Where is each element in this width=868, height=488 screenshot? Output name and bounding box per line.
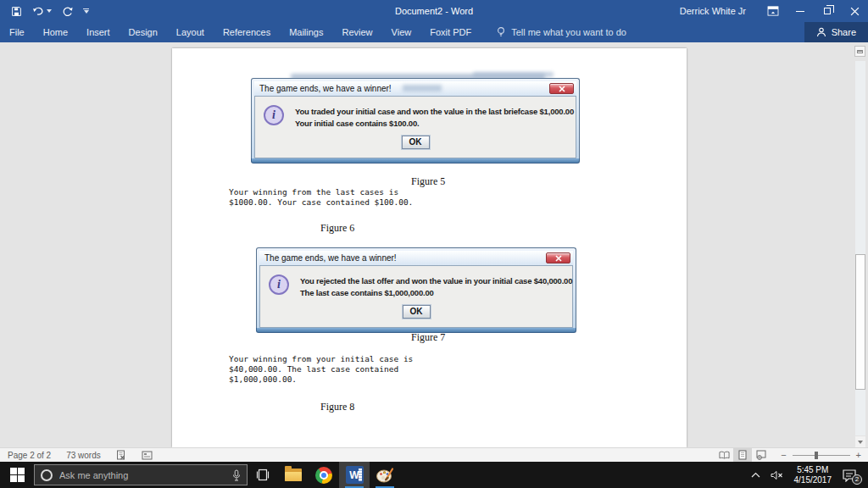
dialog-message-line2: Your initial case contains $100.00. [295,119,419,128]
lightbulb-icon [496,26,506,38]
scroll-down-button[interactable] [855,436,865,447]
windows-logo-icon [10,468,25,482]
action-center-button[interactable]: 2 [838,469,864,482]
document-area: The game ends, we have a winner! i You t… [0,42,868,447]
zoom-out-button[interactable]: − [781,450,786,460]
tray-time: 5:45 PM [797,465,828,474]
code2-line1: Your winning from your initial case is [229,354,413,363]
tab-review[interactable]: Review [333,22,382,42]
start-button[interactable] [0,462,34,488]
cortana-search-box[interactable] [34,464,248,485]
tell-me-box[interactable]: Tell me what you want to do [496,26,626,38]
word-icon: W [346,466,364,484]
code-output-1[interactable]: Your winning from the last cases is$1000… [229,187,413,208]
tab-view[interactable]: View [382,22,421,42]
microphone-icon[interactable] [232,469,241,481]
document-page[interactable]: The game ends, we have a winner! i You t… [172,48,687,447]
undo-dropdown-caret[interactable] [47,9,52,13]
word-taskbar-button[interactable]: W [339,462,370,488]
dialog-titlebar: The game ends, we have a winner! [254,81,576,96]
dialog-body: i You traded your initial case and won t… [254,96,576,158]
zoom-slider-track[interactable] [793,455,850,456]
ribbon-tab-bar: File Home Insert Design Layout Reference… [0,22,868,42]
tab-home[interactable]: Home [34,22,77,42]
system-tray: 5:45 PM 4/15/2017 2 [747,462,868,488]
share-button[interactable]: Share [804,22,868,42]
ruler-toggle-button[interactable] [854,46,865,57]
dialog-title: The game ends, we have a winner! [259,84,392,93]
titlebar-controls: Derrick White Jr [680,0,868,22]
dialog-close-icon [546,252,570,263]
tab-file[interactable]: File [0,22,34,42]
figure5-dialog-image[interactable]: The game ends, we have a winner! i You t… [251,78,580,164]
minimize-button[interactable] [787,0,814,22]
vertical-scrollbar-thumb[interactable] [855,254,865,390]
save-icon[interactable] [11,6,22,17]
ok-button: OK [402,136,430,149]
redo-button[interactable] [62,6,73,17]
task-view-button[interactable] [248,462,278,488]
ribbon-display-options-button[interactable] [760,0,787,22]
code1-line2: $1000.00. Your case contained $100.00. [229,197,413,207]
cortana-icon [41,469,53,481]
share-label: Share [832,27,856,37]
tab-references[interactable]: References [214,22,280,42]
quick-access-toolbar [0,6,89,17]
restore-button[interactable] [814,0,841,22]
chrome-button[interactable] [309,462,339,488]
ok-button: OK [403,305,431,319]
share-person-icon [816,27,826,37]
tab-insert[interactable]: Insert [77,22,120,42]
customize-quick-access-icon[interactable] [83,8,89,14]
figure7-dialog-image[interactable]: The game ends, we have a winner! i You r… [256,247,576,333]
paint-palette-icon [376,467,394,484]
blurred-screenshot-artifact [403,85,442,92]
proofing-errors-icon[interactable] [108,450,134,460]
figure8-caption[interactable]: Figure 8 [320,401,354,413]
dialog-close-icon [549,83,574,94]
zoom-slider-thumb[interactable] [815,452,818,459]
dialog-message-line2: The last case contains $1,000,000.00 [300,288,434,297]
tray-chevron-icon[interactable] [747,462,765,488]
info-icon: i [264,105,284,125]
word-titlebar: Document2 - Word Derrick White Jr [0,0,868,22]
code-output-2[interactable]: Your winning from your initial case is$4… [229,354,413,385]
taskbar-clock[interactable]: 5:45 PM 4/15/2017 [789,465,837,485]
code2-line3: $1,000,000.00. [229,374,297,384]
tab-layout[interactable]: Layout [167,22,214,42]
figure6-caption[interactable]: Figure 6 [320,222,354,235]
dialog-bottom-frame [251,158,580,164]
vertical-scrollbar-track[interactable] [855,61,865,435]
read-mode-button[interactable] [715,448,733,462]
dialog-body: i You rejected the last offer and won th… [259,265,573,328]
figure5-caption[interactable]: Figure 5 [411,175,445,188]
tab-mailings[interactable]: Mailings [280,22,332,42]
file-explorer-button[interactable] [278,462,309,488]
signed-in-user[interactable]: Derrick White Jr [680,6,746,16]
dialog-message: You traded your initial case and won the… [295,105,574,130]
page-count[interactable]: Page 2 of 2 [0,451,58,460]
print-layout-button[interactable] [733,448,752,462]
undo-button[interactable] [32,6,52,16]
volume-muted-icon[interactable] [766,462,787,488]
paint-taskbar-button[interactable] [370,462,400,488]
word-count[interactable]: 73 words [58,451,108,460]
web-layout-button[interactable] [752,448,771,462]
folder-icon [285,469,302,481]
tab-foxit-pdf[interactable]: Foxit PDF [420,22,481,42]
code1-line1: Your winning from the last cases is [229,187,398,197]
close-button[interactable] [841,0,868,22]
dialog-message-line1: You traded your initial case and won the… [295,107,574,116]
figure7-caption[interactable]: Figure 7 [411,331,445,344]
dialog-message: You rejected the last offer and won the … [300,274,572,299]
search-input[interactable] [59,470,225,480]
notification-badge: 2 [852,474,862,485]
dialog-titlebar: The game ends, we have a winner! [259,251,573,265]
tab-design[interactable]: Design [120,22,167,42]
blurred-screenshot-artifact [473,72,554,77]
tray-date: 4/15/2017 [794,475,832,485]
zoom-in-button[interactable]: + [856,450,861,460]
dialog-window-frame: The game ends, we have a winner! i You r… [256,247,576,328]
macro-record-icon[interactable] [134,451,160,460]
dialog-message-line1: You rejected the last offer and won the … [300,276,572,286]
